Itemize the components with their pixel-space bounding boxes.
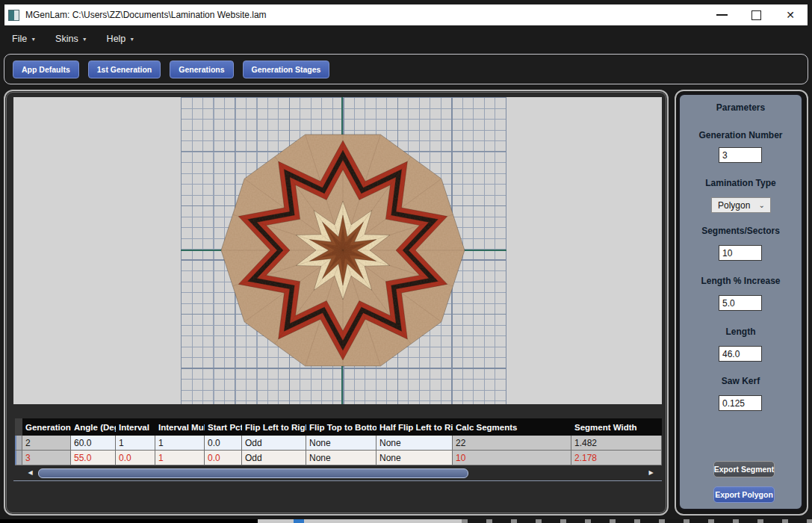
length-input[interactable] — [719, 346, 762, 362]
table-cell[interactable]: 0.0 — [116, 451, 155, 465]
app-window: MGenLam: C:\Users\ZZ\Documents\Laminatio… — [0, 0, 812, 523]
header-cell-segment-width[interactable]: Segment Width — [571, 418, 662, 436]
design-canvas[interactable] — [13, 97, 662, 404]
param-label-generation-number: Generation Number — [680, 130, 802, 140]
table-cell[interactable]: 1 — [116, 436, 155, 451]
header-cell-interval[interactable]: Interval — [116, 418, 155, 436]
table-cell[interactable]: None — [306, 451, 376, 465]
header-cell-interval-mult[interactable]: Interval Mult. — [155, 418, 205, 436]
toolbar-button-app-defaults[interactable]: App Defaults — [13, 61, 79, 78]
parameters-title: Parameters — [680, 102, 802, 113]
generation-number-input[interactable] — [719, 147, 762, 163]
maximize-icon — [751, 10, 761, 20]
window-controls: ✕ — [704, 4, 808, 25]
table-cell[interactable]: 55.0 — [71, 451, 116, 465]
param-label-lamination-type: Lamination Type — [680, 178, 802, 188]
table-cell[interactable]: None — [376, 436, 453, 451]
toolbar: App Defaults1st GenerationGenerationsGen… — [4, 54, 808, 84]
right-panel: ParametersGeneration NumberLamination Ty… — [675, 90, 808, 516]
table-cell[interactable]: 1 — [155, 451, 205, 465]
param-label-segments-sectors: Segments/Sectors — [680, 226, 802, 236]
close-button[interactable]: ✕ — [773, 4, 808, 25]
menu-help[interactable]: Help▼ — [107, 34, 135, 44]
param-label-length: Length — [680, 327, 802, 337]
header-cell-calc-segments[interactable]: Calc Segments — [453, 418, 571, 436]
scroll-right-arrow[interactable]: ▶ — [646, 468, 656, 478]
header-cell-flip-left-to-right[interactable]: Flip Left to Right — [242, 418, 306, 436]
table-cell: 2 — [22, 436, 71, 451]
saw-kerf-input[interactable] — [719, 395, 762, 411]
menu-file[interactable]: File▼ — [12, 34, 36, 44]
menu-skins[interactable]: Skins▼ — [55, 34, 87, 44]
export-polygon-button[interactable]: Export Polygon — [713, 486, 775, 503]
param-label-saw-kerf: Saw Kerf — [680, 376, 802, 386]
scroll-left-arrow[interactable]: ◀ — [25, 468, 35, 478]
table-cell[interactable]: 0.0 — [205, 451, 242, 465]
background-window-icon — [294, 519, 304, 523]
chevron-down-icon: ▼ — [31, 37, 36, 42]
table-cell[interactable]: Odd — [242, 436, 306, 451]
app-icon — [8, 10, 19, 21]
scroll-thumb[interactable] — [38, 468, 468, 478]
minimize-icon — [716, 14, 728, 16]
table-cell[interactable]: 1 — [155, 436, 205, 451]
toolbar-button-generations[interactable]: Generations — [170, 61, 233, 78]
maximize-button[interactable] — [739, 4, 773, 25]
toolbar-button-1st-generation[interactable]: 1st Generation — [88, 61, 161, 78]
table-row: 260.0110.0OddNoneNone221.482 — [15, 436, 662, 451]
table-cell[interactable]: None — [376, 451, 453, 465]
menubar: File▼Skins▼Help▼ — [4, 25, 808, 52]
chevron-down-icon: ▼ — [82, 37, 87, 42]
param-label-length-increase: Length % Increase — [680, 276, 802, 286]
table-cell: 1.482 — [571, 436, 662, 451]
table-bottom-separator — [13, 480, 662, 481]
select-value: Polygon — [718, 200, 750, 211]
table-cell: 3 — [22, 451, 71, 465]
table-cell: 2.178 — [571, 451, 662, 465]
table-cell: 10 — [453, 451, 571, 465]
main-panel: GenerationAngle (Deg)IntervalInterval Mu… — [4, 90, 669, 516]
table-cell[interactable]: None — [306, 436, 376, 451]
table-row: 355.00.010.0OddNoneNone102.178 — [15, 451, 662, 465]
table-cell[interactable]: 60.0 — [71, 436, 116, 451]
segments-sectors-input[interactable] — [719, 245, 762, 261]
table-header-row: GenerationAngle (Deg)IntervalInterval Mu… — [15, 418, 662, 436]
parameters-panel: ParametersGeneration NumberLamination Ty… — [678, 93, 803, 510]
row-selector[interactable] — [15, 451, 22, 465]
titlebar: MGenLam: C:\Users\ZZ\Documents\Laminatio… — [4, 4, 808, 25]
table-corner-cell — [15, 418, 22, 436]
export-segment-button[interactable]: Export Segment — [713, 461, 775, 477]
menu-label: Help — [107, 34, 126, 44]
generation-table: GenerationAngle (Deg)IntervalInterval Mu… — [15, 418, 662, 465]
row-selector[interactable] — [15, 436, 22, 451]
scroll-track[interactable] — [35, 468, 646, 478]
header-cell-generation[interactable]: Generation — [22, 418, 71, 436]
window-title: MGenLam: C:\Users\ZZ\Documents\Laminatio… — [25, 10, 267, 20]
header-cell-angle-deg[interactable]: Angle (Deg) — [71, 418, 116, 436]
minimize-button[interactable] — [704, 4, 739, 25]
background-taskbar-sliver — [0, 519, 812, 523]
menu-label: Skins — [55, 34, 78, 44]
lamination-polygon-preview — [217, 125, 468, 376]
menu-label: File — [12, 34, 27, 44]
length-increase-input[interactable] — [719, 295, 762, 311]
chevron-down-icon: ⌄ — [759, 202, 765, 209]
chevron-down-icon: ▼ — [129, 37, 134, 42]
table-cell: 22 — [453, 436, 571, 451]
close-icon: ✕ — [786, 10, 795, 20]
h-scrollbar[interactable]: ◀ ▶ — [25, 468, 656, 478]
toolbar-button-generation-stages[interactable]: Generation Stages — [243, 61, 330, 78]
table-cell[interactable]: 0.0 — [205, 436, 242, 451]
background-window-sliver — [258, 519, 462, 523]
header-cell-half-flip-left-to-right[interactable]: Half Flip Left to Right — [376, 418, 453, 436]
header-cell-flip-top-to-bottom[interactable]: Flip Top to Bottom — [306, 418, 376, 436]
header-cell-start-pct[interactable]: Start Pct — [205, 418, 242, 436]
lamination-type-select[interactable]: Polygon⌄ — [711, 197, 771, 213]
background-dashes — [462, 519, 812, 523]
table-cell[interactable]: Odd — [242, 451, 306, 465]
